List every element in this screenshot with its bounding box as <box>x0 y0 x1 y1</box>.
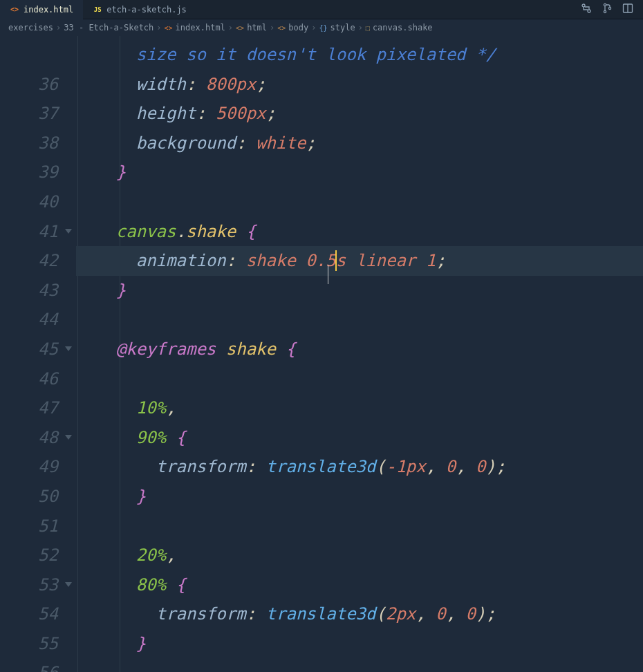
number-token: 1 <box>426 251 436 270</box>
source-control-icon[interactable] <box>602 3 613 17</box>
svg-point-4 <box>608 7 611 9</box>
code-line[interactable] <box>76 658 643 672</box>
number-token: 2 <box>386 604 395 624</box>
tab-index-html[interactable]: <> index.html <box>0 0 83 19</box>
breadcrumb-item[interactable]: style <box>330 23 355 32</box>
chevron-right-icon: › <box>358 23 363 32</box>
code-line[interactable]: } <box>76 276 643 306</box>
code-line[interactable]: 20%, <box>76 541 643 570</box>
code-line[interactable]: 90% { <box>76 423 643 453</box>
code-line[interactable]: canvas.shake { <box>76 217 643 247</box>
number-token: 0.5 <box>306 251 335 270</box>
brace-token: } <box>136 487 146 506</box>
code-line-current[interactable]: animation: shake 0.5s linear 1; <box>76 246 643 276</box>
line-number: 55 <box>0 629 58 659</box>
breadcrumb-item[interactable]: 33 - Etch-a-Sketch <box>64 23 153 32</box>
code-line[interactable] <box>76 187 643 217</box>
punct-token: , <box>416 604 436 624</box>
line-number: 46 <box>0 364 58 394</box>
atname-token: shake <box>226 339 276 359</box>
line-number: 47 <box>0 393 58 423</box>
keyframe-selector-token: 80% <box>136 575 166 595</box>
punct-token: , <box>166 398 176 418</box>
tab-etch-a-sketch-js[interactable]: JS etch-a-sketch.js <box>83 0 196 19</box>
class-token: shake <box>186 222 236 241</box>
punct-token: : <box>196 104 216 123</box>
breadcrumb[interactable]: exercises › 33 - Etch-a-Sketch › <> inde… <box>0 19 643 36</box>
value-token: shake <box>246 251 296 270</box>
breadcrumb-item[interactable]: exercises <box>8 23 53 32</box>
code-line[interactable]: } <box>76 629 643 659</box>
code-content[interactable]: size so it doesn't look pixelated */ wid… <box>76 36 643 672</box>
line-number: 52 <box>0 541 58 570</box>
git-compare-icon[interactable] <box>581 3 592 17</box>
code-line[interactable]: height: 500px; <box>76 99 643 129</box>
code-line[interactable]: 80% { <box>76 570 643 600</box>
function-token: translate3d <box>266 604 376 624</box>
code-line[interactable]: 10%, <box>76 393 643 423</box>
value-token: linear <box>356 251 416 270</box>
code-line[interactable]: } <box>76 158 643 187</box>
code-line[interactable]: } <box>76 482 643 512</box>
punct-token: ); <box>485 457 505 476</box>
number-token: 500 <box>216 104 245 123</box>
property-token: width <box>136 75 186 94</box>
breadcrumb-item[interactable]: canvas.shake <box>373 23 433 32</box>
code-line[interactable]: transform: translate3d(2px, 0, 0); <box>76 599 643 629</box>
css-icon: {} <box>319 24 327 32</box>
line-number: 54 <box>0 599 58 629</box>
line-number: 36 <box>0 70 58 100</box>
line-number[interactable]: 53 <box>0 570 58 600</box>
editor-area[interactable]: 36 37 38 39 40 41 42 43 44 45 46 47 48 4… <box>0 36 643 672</box>
code-line[interactable]: width: 800px; <box>76 70 643 100</box>
chevron-right-icon: › <box>270 23 274 32</box>
line-number: 44 <box>0 305 58 335</box>
line-number[interactable]: 41 <box>0 217 58 247</box>
svg-point-2 <box>604 3 606 6</box>
breadcrumb-item[interactable]: body <box>288 23 308 32</box>
code-line[interactable]: @keyframes shake { <box>76 335 643 364</box>
keyframe-selector-token: 20% <box>136 545 166 565</box>
line-number[interactable]: 48 <box>0 423 58 453</box>
code-line[interactable]: size so it doesn't look pixelated */ <box>76 40 643 70</box>
tab-label: index.html <box>24 5 73 15</box>
brace-token: { <box>176 575 186 595</box>
brace-token: { <box>286 339 295 359</box>
line-number: 38 <box>0 129 58 158</box>
code-line[interactable] <box>76 305 643 335</box>
line-number: 39 <box>0 158 58 187</box>
html-file-icon: <> <box>10 5 19 15</box>
punct-token: , <box>166 545 176 565</box>
tag-icon: <> <box>277 24 286 32</box>
number-token: 800 <box>206 75 236 94</box>
brace-token: { <box>246 222 256 241</box>
line-number <box>0 40 58 70</box>
punct-token: ; <box>256 75 265 94</box>
breadcrumb-item[interactable]: html <box>247 23 267 32</box>
tag-icon: <> <box>236 24 244 32</box>
keyframe-selector-token: 10% <box>136 398 166 418</box>
brace-token: } <box>116 281 126 300</box>
svg-point-1 <box>588 10 590 12</box>
tab-bar: <> index.html JS etch-a-sketch.js <box>0 0 643 19</box>
line-number[interactable]: 45 <box>0 335 58 364</box>
punct-token: : <box>186 75 206 94</box>
property-token: transform <box>156 457 246 476</box>
unit-token: px <box>406 457 426 476</box>
unit-token: px <box>395 604 416 624</box>
number-token: 0 <box>446 457 456 476</box>
punct-token: , <box>426 457 446 476</box>
code-line[interactable] <box>76 364 643 394</box>
chevron-right-icon: › <box>311 23 316 32</box>
chevron-right-icon: › <box>156 23 161 32</box>
punct-token: : <box>246 457 266 476</box>
code-line[interactable]: background: white; <box>76 129 643 158</box>
code-line[interactable] <box>76 512 643 541</box>
code-line[interactable]: transform: translate3d(-1px, 0, 0); <box>76 452 643 482</box>
property-token: background <box>136 133 236 153</box>
punct-token: ; <box>436 251 445 270</box>
unit-token: s <box>336 251 346 270</box>
split-editor-icon[interactable] <box>622 3 633 17</box>
chevron-right-icon: › <box>228 23 233 32</box>
breadcrumb-item[interactable]: index.html <box>176 23 225 32</box>
